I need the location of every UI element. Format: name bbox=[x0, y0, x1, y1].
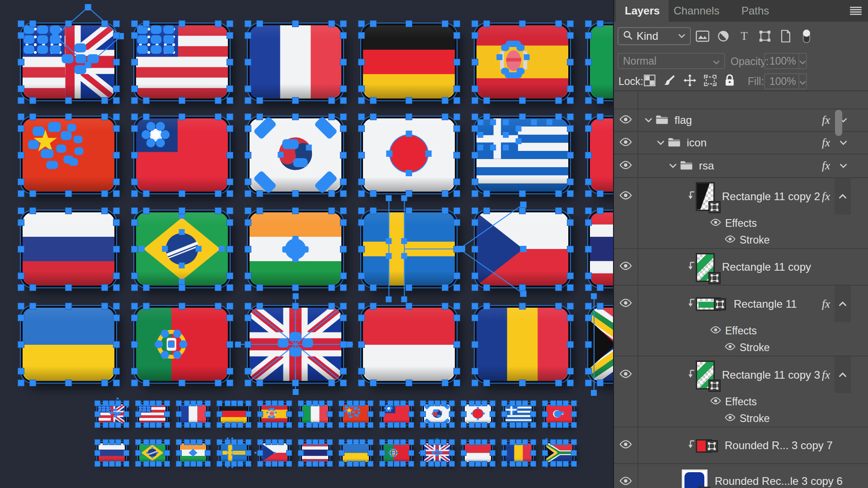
selection-handle[interactable] bbox=[557, 400, 562, 406]
selection-handle[interactable] bbox=[481, 422, 487, 428]
selection-handle[interactable] bbox=[339, 400, 344, 406]
selection-handle[interactable] bbox=[347, 422, 353, 428]
layer-effects-badge[interactable]: fx bbox=[822, 160, 830, 172]
selection-handle[interactable] bbox=[143, 303, 150, 310]
selection-handle[interactable] bbox=[298, 461, 304, 467]
selection-handle[interactable] bbox=[18, 207, 24, 214]
selection-handle[interactable] bbox=[256, 303, 263, 310]
selection-handle[interactable] bbox=[272, 461, 278, 467]
selection-handle[interactable] bbox=[563, 400, 569, 406]
selection-handle[interactable] bbox=[256, 380, 263, 386]
selection-handle[interactable] bbox=[18, 190, 24, 197]
selection-handle[interactable] bbox=[358, 190, 365, 197]
selection-handle[interactable] bbox=[65, 303, 72, 310]
flag-tile-ukus[interactable] bbox=[21, 23, 116, 100]
selection-handle[interactable] bbox=[226, 178, 233, 185]
selection-handle[interactable] bbox=[453, 284, 460, 291]
selection-handle[interactable] bbox=[481, 400, 487, 406]
selection-handle[interactable] bbox=[358, 272, 365, 279]
selection-handle[interactable] bbox=[286, 461, 292, 467]
selection-handle[interactable] bbox=[597, 207, 604, 214]
chevron-down-icon[interactable] bbox=[840, 162, 847, 170]
selection-handle[interactable] bbox=[557, 461, 562, 467]
selection-handle[interactable] bbox=[226, 380, 233, 386]
selection-handle[interactable] bbox=[353, 422, 359, 428]
lock-position-icon[interactable] bbox=[684, 74, 696, 89]
selection-handle[interactable] bbox=[483, 97, 490, 104]
selection-handle[interactable] bbox=[135, 450, 141, 456]
selection-handle[interactable] bbox=[597, 190, 604, 197]
selection-handle[interactable] bbox=[292, 303, 299, 310]
selection-handle[interactable] bbox=[150, 439, 156, 445]
selection-handle[interactable] bbox=[131, 59, 138, 66]
selection-handle[interactable] bbox=[453, 272, 460, 279]
selection-handle[interactable] bbox=[442, 97, 448, 104]
selection-handle[interactable] bbox=[340, 303, 347, 310]
selection-handle[interactable] bbox=[143, 207, 150, 214]
selection-handle[interactable] bbox=[312, 461, 318, 467]
selection-handle[interactable] bbox=[567, 85, 574, 92]
selection-handle[interactable] bbox=[567, 207, 574, 214]
selection-handle[interactable] bbox=[143, 20, 150, 27]
selection-handle[interactable] bbox=[245, 246, 251, 253]
selection-handle[interactable] bbox=[567, 59, 574, 66]
selection-handle[interactable] bbox=[278, 439, 284, 445]
selection-handle[interactable] bbox=[256, 284, 263, 291]
selection-handle[interactable] bbox=[585, 219, 592, 226]
flag-tile-cz[interactable] bbox=[260, 442, 289, 464]
selection-handle[interactable] bbox=[406, 380, 412, 386]
flag-tile-kr[interactable] bbox=[248, 117, 343, 193]
collapse-effects-icon[interactable] bbox=[835, 357, 851, 393]
layer-effect-row-stroke[interactable]: Stroke bbox=[614, 410, 868, 427]
selection-handle[interactable] bbox=[542, 461, 548, 467]
selection-handle[interactable] bbox=[434, 422, 440, 428]
selection-handle[interactable] bbox=[176, 411, 182, 417]
selection-handle[interactable] bbox=[522, 422, 528, 428]
selection-handle[interactable] bbox=[358, 341, 365, 348]
selection-handle[interactable] bbox=[131, 20, 138, 27]
selection-handle[interactable] bbox=[265, 439, 271, 445]
selection-handle[interactable] bbox=[472, 125, 478, 132]
selection-handle[interactable] bbox=[358, 380, 365, 386]
selection-handle[interactable] bbox=[226, 246, 233, 253]
selection-handle[interactable] bbox=[226, 303, 233, 310]
selection-handle[interactable] bbox=[319, 422, 325, 428]
selection-handle[interactable] bbox=[265, 461, 271, 467]
selection-handle[interactable] bbox=[469, 422, 475, 428]
selection-handle[interactable] bbox=[226, 152, 233, 159]
layer-row-rsa[interactable]: rsafx bbox=[614, 155, 868, 178]
selection-handle[interactable] bbox=[567, 152, 574, 159]
flag-tile-jp[interactable] bbox=[361, 117, 457, 193]
selection-handle[interactable] bbox=[245, 85, 251, 92]
selection-handle[interactable] bbox=[340, 152, 347, 159]
selection-handle[interactable] bbox=[453, 341, 460, 348]
selection-handle[interactable] bbox=[347, 400, 353, 406]
selection-handle[interactable] bbox=[226, 341, 233, 348]
selection-handle[interactable] bbox=[109, 461, 115, 467]
selection-handle[interactable] bbox=[400, 439, 406, 445]
selection-handle[interactable] bbox=[272, 422, 278, 428]
selection-handle[interactable] bbox=[245, 59, 251, 66]
flag-tile-pt[interactable] bbox=[134, 306, 230, 383]
selection-handle[interactable] bbox=[205, 461, 211, 467]
selection-handle[interactable] bbox=[469, 400, 475, 406]
selection-handle[interactable] bbox=[103, 422, 108, 428]
visibility-toggle-icon[interactable] bbox=[619, 370, 632, 380]
selection-handle[interactable] bbox=[18, 341, 24, 348]
selection-handle[interactable] bbox=[226, 368, 233, 375]
selection-handle[interactable] bbox=[18, 219, 24, 226]
selection-handle[interactable] bbox=[143, 190, 150, 197]
selection-handle[interactable] bbox=[286, 411, 292, 417]
selection-handle[interactable] bbox=[387, 400, 393, 406]
selection-handle[interactable] bbox=[245, 400, 251, 406]
selection-handle[interactable] bbox=[245, 314, 251, 321]
selection-handle[interactable] bbox=[245, 125, 251, 132]
visibility-toggle-icon[interactable] bbox=[619, 440, 632, 450]
visibility-toggle-icon[interactable] bbox=[619, 262, 632, 272]
selection-handle[interactable] bbox=[256, 97, 263, 104]
selection-handle[interactable] bbox=[453, 20, 460, 27]
visibility-toggle-icon[interactable] bbox=[724, 343, 736, 352]
selection-handle[interactable] bbox=[408, 411, 414, 417]
flag-tile-pt[interactable] bbox=[382, 442, 411, 464]
selection-handle[interactable] bbox=[278, 461, 284, 467]
